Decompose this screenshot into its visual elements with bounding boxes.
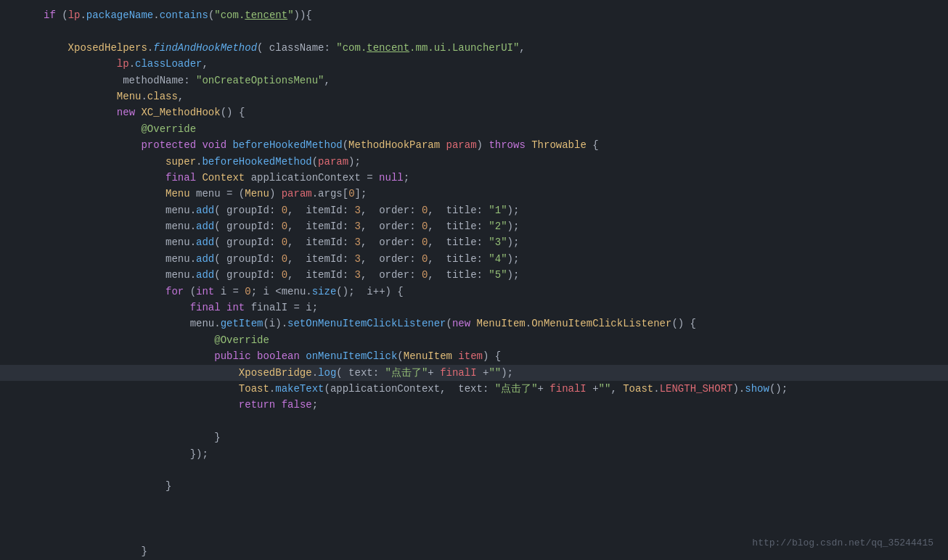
line-content: final Context applicationContext = null; xyxy=(0,170,941,186)
line-content: Menu menu = (Menu) param.args[0]; xyxy=(0,186,941,202)
code-line: XposedHelpers.findAndHookMethod( classNa… xyxy=(0,40,948,56)
code-line: for (int i = 0; i <menu.size(); i++) { xyxy=(0,284,948,300)
url-watermark: http://blog.csdn.net/qq_35244415 xyxy=(752,536,933,551)
code-line xyxy=(0,413,948,429)
line-content: for (int i = 0; i <menu.size(); i++) { xyxy=(0,284,941,300)
code-line: @Override xyxy=(0,121,948,137)
line-content: methodName: "onCreateOptionsMenu", xyxy=(0,73,941,88)
line-content: super.beforeHookedMethod(param); xyxy=(0,154,941,170)
code-editor: if (lp.packageName.contains("com.tencent… xyxy=(0,0,948,560)
code-line: XposedBridge.log( text: "点击了"+ finalI +"… xyxy=(0,365,948,381)
code-line: lp.classLoader, xyxy=(0,56,948,72)
code-line xyxy=(0,23,948,39)
line-content: menu.add( groupId: 0, itemId: 3, order: … xyxy=(0,267,941,283)
code-line: }); xyxy=(0,446,948,462)
code-line: public boolean onMenuItemClick(MenuItem … xyxy=(0,348,948,364)
code-line: } xyxy=(0,478,948,494)
line-content xyxy=(0,462,941,478)
line-content: } xyxy=(0,429,941,445)
line-content: Menu.class, xyxy=(0,88,941,104)
code-line: } xyxy=(0,429,948,445)
line-content xyxy=(0,23,941,39)
code-line: methodName: "onCreateOptionsMenu", xyxy=(0,73,948,88)
line-content: Toast.makeText(applicationContext, text:… xyxy=(0,381,941,397)
code-line: final Context applicationContext = null; xyxy=(0,170,948,186)
line-content: lp.classLoader, xyxy=(0,56,941,72)
code-line: new XC_MethodHook() { xyxy=(0,104,948,120)
code-line: menu.add( groupId: 0, itemId: 3, order: … xyxy=(0,202,948,218)
code-line: @Override xyxy=(0,332,948,348)
code-line xyxy=(0,511,948,527)
code-line xyxy=(0,495,948,511)
code-lines-container: if (lp.packageName.contains("com.tencent… xyxy=(0,7,948,560)
line-content: if (lp.packageName.contains("com.tencent… xyxy=(0,7,941,23)
code-line: Toast.makeText(applicationContext, text:… xyxy=(0,381,948,397)
line-content: XposedHelpers.findAndHookMethod( classNa… xyxy=(0,40,941,56)
code-line xyxy=(0,462,948,478)
line-content xyxy=(0,413,941,429)
line-content: menu.add( groupId: 0, itemId: 3, order: … xyxy=(0,218,941,234)
line-content: final int finalI = i; xyxy=(0,300,941,316)
code-line: if (lp.packageName.contains("com.tencent… xyxy=(0,7,948,23)
line-content: menu.add( groupId: 0, itemId: 3, order: … xyxy=(0,202,941,218)
line-content: protected void beforeHookedMethod(Method… xyxy=(0,137,941,153)
code-line: protected void beforeHookedMethod(Method… xyxy=(0,137,948,153)
line-content xyxy=(0,495,941,511)
line-content: public boolean onMenuItemClick(MenuItem … xyxy=(0,348,941,364)
code-line: menu.add( groupId: 0, itemId: 3, order: … xyxy=(0,267,948,283)
code-line: Menu.class, xyxy=(0,88,948,104)
line-content: @Override xyxy=(0,121,941,137)
code-line: return false; xyxy=(0,397,948,413)
line-content: } xyxy=(0,478,941,494)
code-line: menu.add( groupId: 0, itemId: 3, order: … xyxy=(0,251,948,267)
line-content: menu.add( groupId: 0, itemId: 3, order: … xyxy=(0,251,941,267)
code-line: final int finalI = i; xyxy=(0,300,948,316)
code-line: super.beforeHookedMethod(param); xyxy=(0,154,948,170)
code-line: menu.add( groupId: 0, itemId: 3, order: … xyxy=(0,218,948,234)
line-content xyxy=(0,511,941,527)
line-content: @Override xyxy=(0,332,941,348)
line-content: menu.getItem(i).setOnMenuItemClickListen… xyxy=(0,316,941,332)
line-content: XposedBridge.log( text: "点击了"+ finalI +"… xyxy=(0,365,941,381)
line-content: }); xyxy=(0,446,941,462)
code-line: Menu menu = (Menu) param.args[0]; xyxy=(0,186,948,202)
line-content: new XC_MethodHook() { xyxy=(0,104,941,120)
line-content: menu.add( groupId: 0, itemId: 3, order: … xyxy=(0,234,941,250)
code-line: menu.getItem(i).setOnMenuItemClickListen… xyxy=(0,316,948,332)
line-content: return false; xyxy=(0,397,941,413)
code-line: menu.add( groupId: 0, itemId: 3, order: … xyxy=(0,234,948,250)
